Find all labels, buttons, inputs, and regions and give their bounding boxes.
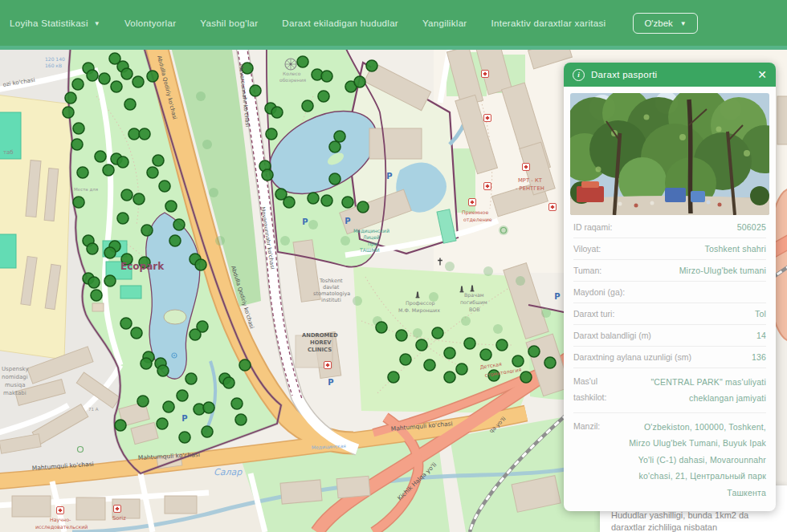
- tree-marker[interactable]: [321, 71, 332, 82]
- tree-marker[interactable]: [329, 173, 340, 185]
- tree-marker[interactable]: [266, 128, 277, 140]
- tree-marker[interactable]: [115, 420, 126, 431]
- tree-marker[interactable]: [169, 235, 181, 246]
- language-selector[interactable]: O'zbek ▼: [633, 13, 697, 34]
- tree-marker[interactable]: [203, 402, 214, 413]
- nav-item-green-parks[interactable]: Yashil bog'lar: [200, 18, 258, 28]
- bush-marker: [499, 225, 508, 235]
- nav-item-planting-areas[interactable]: Daraxt ekiladigan hududlar: [282, 18, 398, 28]
- nav-item-news[interactable]: Yangiliklar: [422, 18, 467, 28]
- tree-marker[interactable]: [128, 128, 140, 140]
- tree-marker[interactable]: [366, 60, 377, 71]
- tree-marker[interactable]: [318, 91, 329, 102]
- tree-marker[interactable]: [357, 201, 369, 213]
- tree-marker[interactable]: [177, 390, 188, 401]
- tree-marker[interactable]: [396, 330, 407, 341]
- tree-marker[interactable]: [87, 70, 98, 81]
- tree-marker[interactable]: [141, 358, 152, 369]
- tree-marker[interactable]: [157, 418, 168, 429]
- tree-marker[interactable]: [334, 131, 345, 142]
- tree-marker[interactable]: [87, 243, 98, 254]
- tree-marker[interactable]: [520, 372, 532, 383]
- tree-marker[interactable]: [72, 79, 84, 90]
- tree-marker[interactable]: [456, 363, 467, 375]
- tree-marker[interactable]: [444, 372, 455, 383]
- tree-marker[interactable]: [480, 349, 491, 360]
- tree-marker[interactable]: [77, 167, 88, 178]
- tree-marker[interactable]: [163, 401, 174, 412]
- tree-marker[interactable]: [528, 346, 540, 357]
- tree-marker[interactable]: [464, 338, 475, 349]
- tree-marker[interactable]: [496, 339, 508, 351]
- tree-marker[interactable]: [195, 259, 206, 270]
- tree-marker[interactable]: [121, 189, 133, 201]
- tree-marker[interactable]: [121, 68, 133, 79]
- tree-marker[interactable]: [139, 128, 150, 140]
- tree-marker[interactable]: [141, 225, 153, 236]
- tree-marker[interactable]: [159, 181, 170, 192]
- tree-marker[interactable]: [186, 373, 197, 384]
- tree-marker[interactable]: [416, 339, 427, 351]
- tree-marker[interactable]: [133, 76, 144, 87]
- tree-marker[interactable]: [283, 197, 295, 208]
- tree-marker[interactable]: [147, 167, 158, 178]
- tree-marker[interactable]: [297, 56, 308, 67]
- tree-marker[interactable]: [308, 193, 319, 204]
- tree-marker[interactable]: [190, 329, 201, 340]
- tree-marker[interactable]: [103, 164, 114, 176]
- tree-marker[interactable]: [131, 327, 142, 339]
- tree-marker[interactable]: [157, 365, 169, 376]
- tree-marker[interactable]: [71, 139, 83, 150]
- tree-marker[interactable]: [91, 290, 102, 301]
- tree-marker[interactable]: [376, 322, 387, 333]
- tree-marker[interactable]: [73, 197, 84, 208]
- tree-marker[interactable]: [231, 398, 243, 409]
- tree-marker[interactable]: [124, 99, 136, 110]
- tree-marker[interactable]: [104, 275, 116, 286]
- tree-marker[interactable]: [512, 355, 524, 367]
- panel-title: Daraxt pasporti: [591, 70, 751, 79]
- close-icon[interactable]: ✕: [757, 69, 767, 80]
- tree-marker[interactable]: [342, 197, 353, 208]
- tree-marker[interactable]: [133, 193, 145, 205]
- tree-marker[interactable]: [173, 219, 185, 230]
- tree-marker[interactable]: [239, 359, 251, 371]
- tree-marker[interactable]: [95, 151, 106, 162]
- nav-item-statistics[interactable]: Loyiha Statistikasi ▼: [10, 18, 100, 28]
- nav-item-tree-map[interactable]: Interaktiv daraxtlar xaritasi: [491, 18, 606, 28]
- tree-marker[interactable]: [73, 123, 84, 134]
- tree-marker[interactable]: [388, 372, 399, 383]
- tree-marker[interactable]: [400, 354, 411, 365]
- tree-marker[interactable]: [153, 155, 164, 166]
- tree-marker[interactable]: [544, 357, 556, 368]
- tree-marker[interactable]: [99, 73, 110, 84]
- tree-marker[interactable]: [302, 100, 313, 112]
- tree-marker[interactable]: [321, 195, 332, 206]
- tree-marker[interactable]: [63, 107, 74, 118]
- tree-marker[interactable]: [250, 85, 261, 96]
- map-label: ANDROMED: [302, 332, 338, 339]
- tree-photo-image: [570, 93, 769, 215]
- tree-marker[interactable]: [262, 169, 273, 181]
- tree-marker[interactable]: [137, 396, 149, 407]
- tree-marker[interactable]: [223, 377, 234, 388]
- tree-marker[interactable]: [104, 247, 116, 258]
- tree-marker[interactable]: [88, 277, 100, 288]
- tree-marker[interactable]: [179, 432, 190, 443]
- tree-marker[interactable]: [165, 201, 177, 212]
- tree-marker[interactable]: [147, 71, 158, 82]
- tree-marker[interactable]: [202, 426, 213, 437]
- tree-marker[interactable]: [235, 414, 247, 425]
- tree-marker[interactable]: [271, 107, 283, 118]
- tree-marker[interactable]: [424, 359, 435, 371]
- tree-marker[interactable]: [120, 318, 132, 329]
- tree-marker[interactable]: [117, 156, 128, 168]
- nav-item-volunteers[interactable]: Volontyorlar: [124, 18, 176, 28]
- tree-marker[interactable]: [354, 76, 365, 87]
- tree-marker[interactable]: [111, 81, 122, 92]
- tree-marker[interactable]: [432, 327, 443, 339]
- tree-marker[interactable]: [329, 141, 340, 152]
- tree-marker[interactable]: [117, 213, 128, 224]
- tree-marker[interactable]: [444, 347, 455, 359]
- tree-marker[interactable]: [65, 92, 76, 104]
